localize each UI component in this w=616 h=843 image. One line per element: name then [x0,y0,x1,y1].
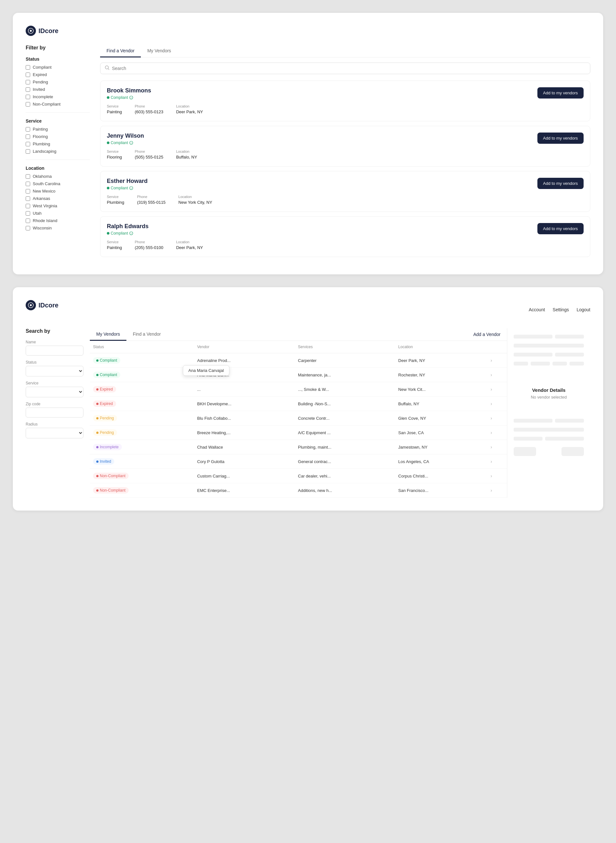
table-row[interactable]: Compliant Ana Maria Carv... Maintenance,… [90,368,507,382]
service-checkbox-plumbing[interactable] [26,142,30,146]
table-row[interactable]: Expired BKH Developme... Building -Non-S… [90,397,507,411]
tab-my-vendors[interactable]: My Vendors [141,45,177,57]
status-label-invited: Invited [33,87,45,92]
vendor-status: Compliant i [107,141,144,145]
tab2-my-vendors[interactable]: My Vendors [90,328,126,341]
vendor-details-empty: Vendor Details No vendor selected [514,387,584,399]
table-row[interactable]: Compliant Adrenaline Prod... Carpenter D… [90,353,507,368]
badge-dot [96,446,98,448]
location-checkbox[interactable] [26,204,30,208]
add-vendor-button[interactable]: Add to my vendors [537,87,584,98]
vendor-meta: Service Painting Phone (603) 555-0123 Lo… [107,104,584,115]
badge-dot [96,360,98,362]
filter-item: Rhode Island [26,218,90,223]
status-select[interactable] [26,366,84,376]
location-checkbox[interactable] [26,211,30,216]
tab-find-vendor[interactable]: Find a Vendor [100,45,141,57]
vendor-name: Ralph Edwards [107,223,148,230]
location-checkbox[interactable] [26,197,30,201]
cell-vendor: EMC Enterprise... [194,483,295,498]
status-badge: Invited [93,458,114,465]
location-label-text: New Mexico [33,189,56,194]
table-row[interactable]: Pending Blu Fish Collabo... Concrete Con… [90,411,507,426]
add-vendor-button[interactable]: Add to my vendors [537,132,584,144]
status-field-wrap: Status [26,360,84,376]
nav-account[interactable]: Account [529,307,545,312]
vendor-table: Status Vendor Services Location Complian… [90,341,507,498]
location-label-text: Utah [33,211,41,216]
status-checkbox-incomplete[interactable] [26,95,30,99]
table-row[interactable]: Non-Compliant Custom Carriag... Car deal… [90,469,507,483]
status-checkbox-non-compliant[interactable] [26,102,30,107]
status-checkbox-invited[interactable] [26,87,30,92]
filter-item: Arkansas [26,196,90,201]
table-row[interactable]: Pending Breeze Heating,... A/C Equipment… [90,426,507,440]
meta-service: Service Flooring [107,150,122,160]
location-checkbox[interactable] [26,189,30,194]
cell-status: Expired [90,382,194,397]
col-vendor: Vendor [194,341,295,353]
table-row[interactable]: Expired ... ..., Smoke & W... New York C… [90,382,507,397]
nav-settings[interactable]: Settings [553,307,569,312]
add-vendor-button[interactable]: Add to my vendors [537,223,584,234]
radius-select[interactable] [26,428,84,438]
table-row[interactable]: Invited Cory P Gulotta General contrac..… [90,454,507,469]
logo2: IDcore [26,300,59,310]
cell-vendor: Breeze Heating,... [194,426,295,440]
tooltip-ana-maria: Ana Maria Carvajal [183,365,229,376]
status-text: Compliant [111,95,128,100]
cell-vendor: BKH Developme... [194,397,295,411]
tab2-add-vendor[interactable]: Add a Vendor [467,329,507,340]
service-select[interactable] [26,387,84,397]
location-checkbox[interactable] [26,174,30,179]
card-my-vendors: IDcore Account Settings Logout Search by… [13,287,603,511]
meta-location: Location Buffalo, NY [176,150,197,160]
vendor-name: Esther Howard [107,178,148,185]
nav-logout[interactable]: Logout [576,307,590,312]
status-badge: Compliant [93,357,120,364]
vendor-card: Brook Simmons Compliant i Add to my vend… [100,81,590,121]
meta-location: Location New York City, NY [178,195,212,205]
badge-dot [96,489,98,492]
cell-vendor: Cory P Gulotta [194,454,295,469]
cell-services: ..., Smoke & W... [295,382,395,397]
location-meta-value: Deer Park, NY [176,245,203,250]
location-checkbox[interactable] [26,219,30,223]
location-label-text: Rhode Island [33,218,57,223]
phone-meta-label: Phone [135,240,163,244]
filter-item: Plumbing [26,141,90,146]
tab2-find-vendor[interactable]: Find a Vendor [126,328,167,341]
meta-phone: Phone (505) 555-0125 [135,150,163,160]
service-checkbox-flooring[interactable] [26,134,30,139]
svg-text:i: i [131,187,132,189]
zipcode-input[interactable] [26,408,84,417]
col-action [487,341,507,353]
table-row[interactable]: Non-Compliant EMC Enterprise... Addition… [90,483,507,498]
cell-status: Incomplete [90,440,194,454]
status-badge: Expired [93,386,116,392]
cell-chevron: › [487,454,507,469]
location-checkbox[interactable] [26,182,30,186]
details-empty-sub: No vendor selected [531,395,566,399]
details-panel: Vendor Details No vendor selected [507,328,590,498]
service-label-text: Landscaping [33,149,56,154]
location-section-title: Location [26,166,90,171]
status-checkbox-pending[interactable] [26,80,30,84]
service-checkbox-landscaping[interactable] [26,149,30,154]
phone-meta-value: (505) 555-0125 [135,155,163,160]
table-row[interactable]: Incomplete Chad Wallace Plumbing, maint.… [90,440,507,454]
status-checkbox-expired[interactable] [26,72,30,77]
col-services: Services [295,341,395,353]
status-checkbox-compliant[interactable] [26,65,30,70]
add-vendor-button[interactable]: Add to my vendors [537,178,584,189]
service-meta-label: Service [107,195,124,199]
location-checkbox[interactable] [26,226,30,231]
search-input[interactable] [112,66,585,71]
service-checkbox-painting[interactable] [26,127,30,132]
row-chevron: › [491,445,492,449]
filter-item: Invited [26,87,90,92]
vendor-card-header: Ralph Edwards Compliant i Add to my vend… [107,223,584,235]
name-input[interactable] [26,346,84,355]
location-label-text: Oklahoma [33,174,52,179]
logo-text: IDcore [38,27,59,35]
